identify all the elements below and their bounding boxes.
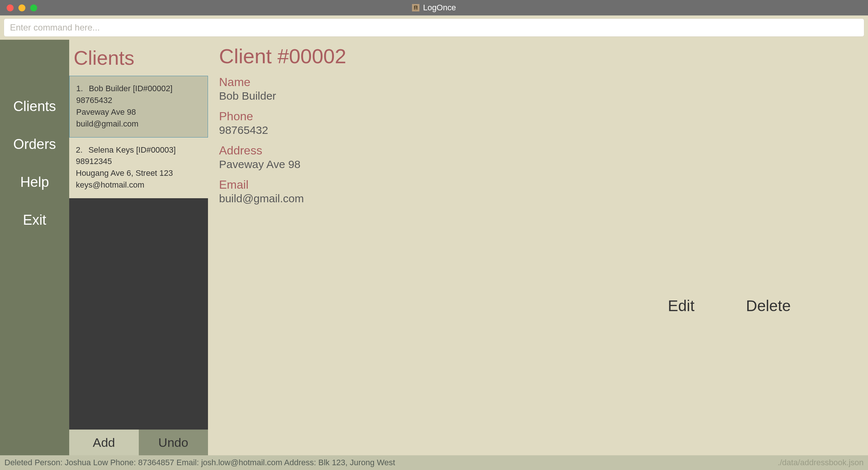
title-wrap: LogOnce	[412, 3, 456, 13]
client-address: Paveway Ave 98	[76, 106, 202, 118]
detail-actions: Edit Delete	[668, 297, 791, 315]
client-phone: 98765432	[76, 95, 202, 106]
status-message: Deleted Person: Joshua Low Phone: 873648…	[4, 458, 395, 467]
client-email: keys@hotmail.com	[76, 179, 202, 191]
client-email: build@gmail.com	[76, 118, 202, 130]
client-list-actions: Add Undo	[69, 430, 208, 455]
sidebar: Clients Orders Help Exit	[0, 40, 69, 455]
client-list-empty-area	[69, 198, 208, 430]
sidebar-item-help[interactable]: Help	[0, 163, 69, 201]
client-index: 2.	[76, 144, 86, 156]
detail-label-address: Address	[219, 144, 857, 157]
client-address: Hougang Ave 6, Street 123	[76, 167, 202, 179]
client-detail-title: Client #00002	[219, 44, 857, 68]
svg-point-1	[415, 7, 417, 8]
client-list-panel: Clients 1. Bob Builder [ID#00002] 987654…	[69, 40, 208, 455]
edit-button[interactable]: Edit	[668, 297, 694, 315]
command-row	[0, 15, 868, 40]
client-name-id: Selena Keys [ID#00003]	[88, 145, 176, 154]
detail-value-phone: 98765432	[219, 124, 857, 136]
client-name-id: Bob Builder [ID#00002]	[89, 84, 173, 93]
client-detail-panel: Client #00002 Name Bob Builder Phone 987…	[208, 40, 868, 455]
maximize-window-button[interactable]	[30, 4, 37, 11]
status-bar: Deleted Person: Joshua Low Phone: 873648…	[0, 455, 868, 470]
client-list-title: Clients	[69, 40, 208, 76]
detail-value-email: build@gmail.com	[219, 192, 857, 205]
client-phone: 98912345	[76, 156, 202, 167]
detail-value-address: Paveway Ave 98	[219, 158, 857, 171]
client-index: 1.	[76, 83, 87, 95]
status-filepath: ./data/addressbook.json	[777, 458, 864, 467]
sidebar-item-exit[interactable]: Exit	[0, 201, 69, 239]
sidebar-item-orders[interactable]: Orders	[0, 125, 69, 163]
sidebar-item-clients[interactable]: Clients	[0, 88, 69, 125]
detail-label-name: Name	[219, 75, 857, 89]
detail-value-name: Bob Builder	[219, 90, 857, 102]
undo-button[interactable]: Undo	[139, 430, 208, 455]
client-list-item[interactable]: 2. Selena Keys [ID#00003] 98912345 Houga…	[69, 138, 208, 199]
delete-button[interactable]: Delete	[746, 297, 791, 315]
window-controls	[7, 4, 37, 11]
app-icon	[412, 4, 419, 11]
detail-label-phone: Phone	[219, 110, 857, 123]
minimize-window-button[interactable]	[18, 4, 25, 11]
main-area: Clients Orders Help Exit Clients 1. Bob …	[0, 40, 868, 455]
titlebar: LogOnce	[0, 0, 868, 15]
app-title: LogOnce	[423, 3, 456, 13]
app-window: LogOnce Clients Orders Help Exit Clients…	[0, 0, 868, 470]
detail-label-email: Email	[219, 178, 857, 192]
client-list: 1. Bob Builder [ID#00002] 98765432 Pavew…	[69, 76, 208, 430]
close-window-button[interactable]	[7, 4, 14, 11]
add-button[interactable]: Add	[69, 430, 139, 455]
command-input[interactable]	[4, 18, 864, 37]
client-list-item[interactable]: 1. Bob Builder [ID#00002] 98765432 Pavew…	[69, 76, 208, 138]
